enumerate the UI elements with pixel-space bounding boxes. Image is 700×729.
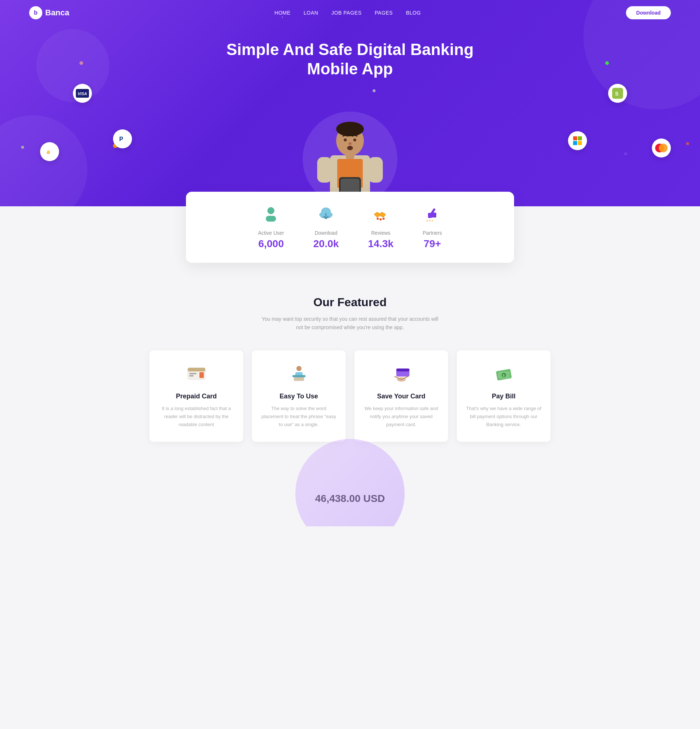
svg-rect-21 — [317, 157, 332, 183]
save-card-icon — [391, 365, 412, 386]
stat-active-user: Active User 6,000 — [258, 205, 285, 250]
svg-rect-40 — [294, 377, 304, 381]
mastercard-icon — [652, 138, 671, 157]
windows-icon — [568, 131, 587, 150]
svg-rect-26 — [266, 216, 276, 222]
svg-rect-34 — [189, 373, 196, 374]
svg-point-27 — [377, 218, 379, 220]
svg-text:$: $ — [503, 373, 505, 377]
stats-card: Active User 6,000 Download 20.0k Reviews… — [186, 192, 514, 263]
nav-item-blog[interactable]: BLOG — [406, 9, 421, 16]
svg-text:VISA: VISA — [78, 91, 87, 96]
stat-value-download: 20.0k — [313, 238, 339, 250]
hero-title: Simple And Safe Digital Banking Mobile A… — [222, 40, 478, 79]
svg-point-37 — [296, 366, 302, 371]
nav-item-home[interactable]: HOME — [274, 9, 290, 16]
hero-person — [299, 90, 401, 206]
svg-rect-39 — [292, 375, 305, 377]
feature-card-pay: $ Pay Bill That's why we have a wide ran… — [457, 350, 550, 442]
dot-5 — [624, 152, 627, 155]
feature-card-save: Save Your Card We keep your information … — [354, 350, 448, 442]
logo[interactable]: b Banca — [29, 6, 69, 19]
easy-title: Easy To Use — [280, 392, 318, 400]
stat-value-partners: 79+ — [424, 238, 441, 250]
featured-subtitle: You may want top security so that you ca… — [259, 315, 441, 333]
nav-item-job-pages[interactable]: JOB PAGES — [331, 9, 362, 16]
dot-6 — [21, 146, 24, 149]
bottom-section: 46,438.00 USD — [0, 464, 700, 526]
nav-item-pages[interactable]: PAGES — [375, 9, 393, 16]
feature-card-prepaid: Prepaid Card It is a long established fa… — [150, 350, 243, 442]
hero-section: VISA P a S Simple And Safe Digital Banki… — [0, 0, 700, 206]
svg-rect-6 — [573, 137, 577, 140]
stat-value-active: 6,000 — [258, 238, 284, 250]
stat-partners: ★★★ Partners 79+ — [423, 205, 442, 250]
logo-icon: b — [29, 6, 42, 19]
prepaid-desc: It is a long established fact that a rea… — [158, 405, 234, 428]
svg-rect-36 — [199, 372, 204, 378]
svg-point-25 — [267, 208, 274, 214]
stat-download: Download 20.0k — [313, 205, 339, 250]
stat-reviews: Reviews 14.3k — [368, 205, 394, 250]
svg-rect-42 — [396, 369, 410, 372]
save-desc: We keep your information safe and notify… — [363, 405, 439, 428]
dot-2 — [605, 61, 609, 65]
nav-download-button[interactable]: Download — [626, 6, 671, 19]
reviews-icon — [372, 205, 389, 226]
dot-1 — [80, 61, 83, 65]
stat-label-reviews: Reviews — [371, 230, 391, 236]
feature-card-easy: Easy To Use The way to solve the word pl… — [252, 350, 346, 442]
svg-rect-35 — [189, 375, 193, 376]
nav-item-loan[interactable]: LOAN — [304, 9, 318, 16]
visa-icon: VISA — [73, 84, 92, 103]
svg-rect-30 — [428, 213, 432, 218]
svg-point-20 — [347, 146, 353, 150]
featured-section: Our Featured You may want top security s… — [0, 263, 700, 464]
prepaid-title: Prepaid Card — [176, 392, 216, 400]
svg-rect-33 — [188, 368, 205, 372]
download-icon — [317, 205, 335, 226]
navbar: b Banca HOME LOAN JOB PAGES PAGES BLOG D… — [0, 0, 700, 26]
pay-bill-icon: $ — [494, 365, 514, 386]
svg-point-16 — [336, 122, 364, 137]
paypal-icon: P — [113, 129, 132, 148]
shopify-icon: S — [608, 84, 627, 103]
person-illustration — [310, 97, 390, 206]
stat-label-active: Active User — [258, 230, 285, 236]
svg-point-43 — [397, 377, 406, 382]
stat-value-reviews: 14.3k — [368, 238, 394, 250]
svg-point-18 — [353, 138, 356, 141]
svg-point-28 — [382, 218, 385, 220]
svg-text:★★★: ★★★ — [426, 219, 433, 222]
pay-desc: That's why we have a wide range of bill … — [466, 405, 542, 428]
svg-text:P: P — [119, 136, 123, 142]
brand-name: Banca — [45, 8, 69, 17]
svg-rect-8 — [573, 141, 577, 145]
prepaid-card-icon — [186, 365, 207, 386]
stat-label-partners: Partners — [423, 230, 442, 236]
pay-title: Pay Bill — [492, 392, 516, 400]
features-grid: Prepaid Card It is a long established fa… — [150, 350, 550, 442]
svg-point-17 — [344, 138, 347, 141]
svg-text:S: S — [615, 91, 618, 97]
svg-point-11 — [659, 144, 668, 152]
stat-label-download: Download — [315, 230, 337, 236]
svg-rect-9 — [578, 141, 582, 145]
svg-text:a: a — [46, 149, 50, 155]
dot-7 — [686, 142, 689, 145]
svg-point-29 — [379, 218, 382, 221]
partners-icon: ★★★ — [424, 205, 441, 226]
featured-title: Our Featured — [29, 296, 671, 309]
svg-rect-7 — [578, 137, 582, 140]
svg-rect-22 — [368, 157, 383, 183]
amazon-icon: a — [40, 142, 59, 161]
svg-point-19 — [348, 142, 352, 145]
save-title: Save Your Card — [377, 392, 425, 400]
easy-use-icon — [289, 365, 309, 386]
easy-desc: The way to solve the word placement to t… — [261, 405, 337, 428]
nav-links: HOME LOAN JOB PAGES PAGES BLOG — [274, 9, 421, 16]
active-user-icon — [262, 205, 280, 226]
